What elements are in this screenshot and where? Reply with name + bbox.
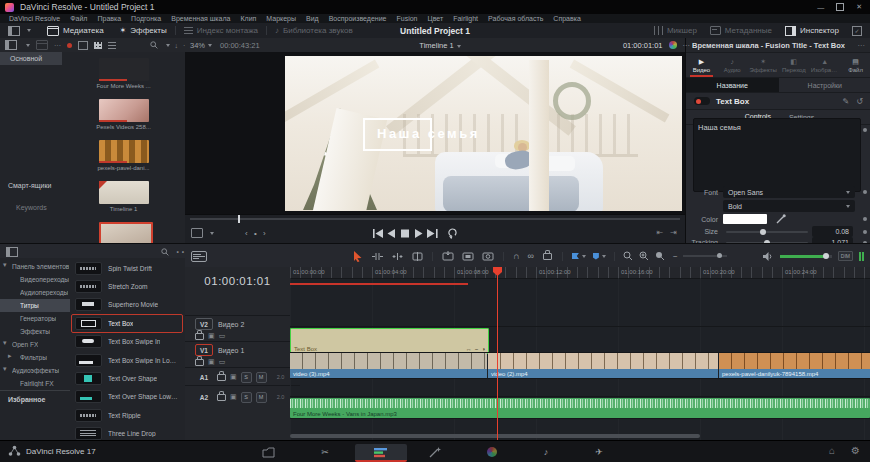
audio-meters-icon[interactable] <box>859 252 864 261</box>
transport-controls[interactable] <box>371 228 467 239</box>
blade-tool-icon[interactable] <box>412 252 423 261</box>
font-select[interactable]: Open Sans <box>723 186 855 198</box>
auto-select-icon[interactable]: ▣ <box>230 393 237 401</box>
overwrite-clip-icon[interactable] <box>462 251 474 261</box>
metadata-button[interactable]: Метаданные <box>710 26 772 35</box>
insert-clip-icon[interactable] <box>442 251 454 261</box>
project-manager-icon[interactable]: ⌂ <box>829 445 835 456</box>
bin-list-toggle-icon[interactable] <box>5 40 17 50</box>
timeline-thumbnail[interactable] <box>99 181 149 204</box>
tab-file[interactable]: ▤Файл <box>840 53 870 77</box>
menu-item[interactable]: Fusion <box>391 15 422 22</box>
media-clip-thumbnail[interactable] <box>99 58 149 81</box>
import-media-icon[interactable] <box>36 40 48 50</box>
menu-item[interactable]: Клип <box>235 15 261 22</box>
effects-category[interactable]: Фильтры <box>0 351 70 364</box>
menu-item[interactable]: Файл <box>65 15 92 22</box>
menu-item[interactable]: Воспроизведение <box>324 15 392 22</box>
viewer-canvas[interactable]: Наша семья <box>185 52 685 214</box>
checkbox-icon[interactable]: ✓ <box>852 26 862 36</box>
color-swatch[interactable] <box>723 214 767 224</box>
inspector-button[interactable]: Инспектор <box>785 26 839 36</box>
dim-button[interactable]: DIM <box>838 251 853 261</box>
keyframe-dot[interactable] <box>863 230 867 234</box>
full-extent-zoom-icon[interactable] <box>623 251 633 261</box>
enable-toggle[interactable] <box>694 97 710 105</box>
favorites-label[interactable]: Избранное <box>8 396 45 403</box>
title-effect-item[interactable]: Text Box Swipe In <box>71 333 183 351</box>
maximize-button[interactable] <box>836 3 844 11</box>
page-edit[interactable] <box>355 444 407 462</box>
menu-item[interactable]: Цвет <box>422 15 448 22</box>
viewer-scrubber[interactable] <box>190 218 680 220</box>
auto-select-icon[interactable]: ▣ <box>208 332 215 340</box>
title-effect-item[interactable]: Spin Twist Drift <box>71 259 183 277</box>
track-v2-lane[interactable]: Text Box ↔~◑ <box>290 326 870 353</box>
keyframe-dot[interactable] <box>863 217 867 221</box>
flag-icon[interactable] <box>572 253 579 259</box>
mute-button[interactable]: M <box>256 392 267 403</box>
size-slider[interactable] <box>726 231 808 233</box>
mute-button[interactable]: M <box>256 372 267 383</box>
thumbnail-view-icon[interactable] <box>94 42 102 49</box>
clip-pexels-pavel[interactable]: pexels-pavel-danilyuk-7894158.mp4 <box>719 353 870 379</box>
media-pool-button[interactable]: Медиатека <box>39 23 112 38</box>
size-value[interactable]: 0.08 <box>812 226 853 237</box>
menu-item[interactable]: DaVinci Resolve <box>4 15 65 22</box>
project-settings-icon[interactable]: ⚙ <box>851 445 860 456</box>
effects-category[interactable]: Титры <box>0 299 70 312</box>
track-enable-icon[interactable]: ▭ <box>219 332 226 340</box>
page-media[interactable] <box>253 444 283 460</box>
track-v1-lane[interactable]: video (3).mp4 video (2).mp4 pexels-pavel… <box>290 352 870 379</box>
timeline-horizontal-scrollbar[interactable] <box>290 434 700 438</box>
reset-icon[interactable]: ↺ <box>856 97 863 106</box>
speaker-icon[interactable] <box>763 252 774 261</box>
track-header-a2[interactable]: A2 ▣ S M 2.0 <box>185 385 300 408</box>
timeline-selector[interactable]: Timeline 1 <box>185 41 695 50</box>
effects-category[interactable]: Fairlight FX <box>0 377 70 390</box>
clip-text-box[interactable]: Text Box ↔~◑ <box>290 328 489 354</box>
scrubber-handle[interactable] <box>238 215 240 223</box>
trim-mode-icon[interactable] <box>372 252 383 261</box>
timeline-lanes[interactable]: Text Box ↔~◑ video (3).mp4 video (2).mp4… <box>290 278 870 440</box>
media-clip-thumbnail-selected[interactable] <box>99 222 153 243</box>
track-a1-lane[interactable] <box>290 378 870 397</box>
filmstrip-view-icon[interactable] <box>78 41 88 50</box>
minimize-button[interactable]: — <box>817 4 824 11</box>
title-effect-item[interactable]: Stretch Zoom <box>71 277 183 295</box>
lock-icon[interactable] <box>195 359 204 366</box>
auto-select-icon[interactable]: ▣ <box>230 373 237 381</box>
volume-slider[interactable] <box>780 255 832 258</box>
position-lock-icon[interactable] <box>543 253 552 260</box>
linked-selection-icon[interactable]: ∞ <box>527 251 533 261</box>
custom-zoom-icon[interactable] <box>655 251 665 261</box>
title-effect-item[interactable]: Text Box Swipe In Low... <box>71 351 183 369</box>
effects-panel-toggle-icon[interactable] <box>6 247 18 257</box>
dynamic-trim-icon[interactable] <box>392 252 403 261</box>
selection-tool-icon[interactable] <box>353 251 363 262</box>
search-icon[interactable] <box>150 41 158 49</box>
keyframe-dot[interactable] <box>863 128 867 132</box>
tab-video[interactable]: ▶Видео <box>686 53 717 77</box>
menu-item[interactable]: Временная шкала <box>166 15 235 22</box>
menu-item[interactable]: Подгонка <box>126 15 166 22</box>
page-deliver[interactable]: ✈ <box>584 444 614 460</box>
search-icon[interactable] <box>161 248 169 256</box>
track-a2-lane[interactable]: Four More Weeks - Vans in Japan.mp3 <box>290 396 870 419</box>
jog-control[interactable]: ‹ • › <box>245 229 268 238</box>
track-header-a1[interactable]: A1 ▣ S M 2.0 <box>185 367 300 386</box>
replace-clip-icon[interactable] <box>482 251 494 261</box>
effects-category[interactable]: Аудиоэффекты <box>0 364 70 377</box>
bin-item-master[interactable]: Основной <box>0 52 62 65</box>
lock-icon[interactable] <box>217 374 226 381</box>
smart-bins-label[interactable]: Смарт-ящики <box>8 182 51 189</box>
menu-item[interactable]: Правка <box>92 15 126 22</box>
zoom-out-icon[interactable]: − <box>673 252 678 261</box>
subtab-name[interactable]: Название <box>686 78 779 92</box>
keyframe-dot[interactable] <box>863 190 867 194</box>
effects-category[interactable]: Видеопереходы <box>0 273 70 286</box>
menu-item[interactable]: Fairlight <box>448 15 483 22</box>
detail-zoom-icon[interactable] <box>639 251 649 261</box>
eyedropper-icon[interactable] <box>776 214 786 224</box>
close-button[interactable]: ✕ <box>856 3 862 11</box>
